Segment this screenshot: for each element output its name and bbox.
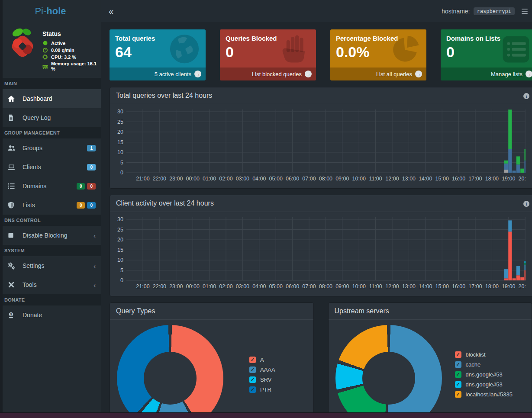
all-queries-link[interactable]: List all queries [330,68,426,80]
sidebar-item-query-log[interactable]: Query Log [0,108,101,127]
sidebar-item-label: Domains [23,183,46,190]
chevron-left-icon [94,232,96,239]
sidebar-item-tools[interactable]: Tools [0,275,101,294]
sidebar-item-settings[interactable]: Settings [0,256,101,275]
svg-text:22:00: 22:00 [153,176,166,182]
status-memory-label: Memory usage: 16.1 % [51,61,97,71]
active-clients-link[interactable]: 5 active clients [110,68,206,80]
status-active-row: Active [42,40,97,46]
clients-count-badge: 0 [87,164,96,170]
percentage-blocked-card: Percentage Blocked 0.0% List all queries [330,29,426,80]
hostname-value: raspberrypi [474,7,515,15]
legend-label: blocklist [466,351,486,358]
legend-label: SRV [260,376,272,383]
svg-text:05:00: 05:00 [269,176,283,182]
sidebar-item-domains[interactable]: Domains 0 0 [0,177,101,196]
sidebar-item-groups[interactable]: Groups 1 [0,138,101,158]
sidebar-collapse-button[interactable]: « [109,7,113,16]
legend-item-a[interactable]: A [249,355,275,365]
summary-cards: Total queries 64 5 active clients Querie… [110,29,532,80]
app-logo[interactable]: Pi-hole [0,0,101,23]
sidebar-menu: MAIN Dashboard Query Log GROUP MANAGEMEN… [0,78,101,325]
sidebar-item-label: Tools [23,281,37,288]
legend-item-aaaa[interactable]: AAAA [249,365,275,375]
domains-on-lists-card: Domains on Lists 0 Manage lists [441,29,532,80]
sidebar-item-lists[interactable]: Lists 0 0 [0,196,101,215]
domains-allowed-badge: 0 [77,183,85,190]
status-info: Status Active 0.00 q/min CPU: 3.2 % Memo… [42,26,97,73]
sidebar-item-label: Clients [23,164,41,170]
upstream-servers-panel: Upstream servers blocklist cache dns.goo… [328,302,532,418]
card-value: 0 [441,42,532,61]
status-cpu-label: CPU: 3.2 % [51,55,76,60]
svg-text:18:00: 18:00 [485,176,499,182]
menu-icon[interactable] [522,7,528,15]
svg-text:10: 10 [117,149,123,155]
gears-icon [7,262,17,270]
blocked-queries-link[interactable]: List blocked queries [220,68,316,80]
logo-text: Pi- [35,6,46,17]
checkbox-icon [455,361,461,368]
svg-text:0: 0 [120,277,123,283]
panel-title: Upstream servers [329,303,532,320]
hostname-label: hostname: [442,8,470,15]
svg-text:20: 20 [117,129,123,135]
svg-text:13:00: 13:00 [402,176,416,182]
checkbox-icon [249,357,256,363]
svg-text:19:00: 19:00 [502,176,515,182]
checkbox-icon [249,376,256,383]
sidebar-item-label: Settings [23,262,45,269]
info-icon[interactable] [523,93,529,99]
panel-title: Total queries over last 24 hours [110,87,532,104]
sidebar-item-dashboard[interactable]: Dashboard [0,89,101,108]
legend-item-srv[interactable]: SRV [249,375,275,385]
svg-text:08:00: 08:00 [319,283,332,289]
menu-section-donate: DONATE [0,294,101,305]
sidebar-item-label: Lists [23,202,35,209]
svg-text:20:00: 20:00 [519,283,526,289]
svg-text:17:00: 17:00 [468,176,482,182]
svg-text:04:00: 04:00 [252,176,266,182]
total-queries-chart: 21:0022:0023:0000:0001:0002:0003:0004:00… [113,108,526,185]
legend-item-dns-google-udp[interactable]: dns.google#53 [455,370,513,379]
svg-text:14:00: 14:00 [419,283,432,289]
legend-label: dns.google#53 [466,371,503,378]
svg-text:03:00: 03:00 [236,283,249,289]
home-icon [7,95,17,103]
legend-item-ptr[interactable]: PTR [249,385,275,395]
chevron-left-icon [94,262,96,270]
users-icon [7,144,17,152]
svg-text:14:00: 14:00 [419,176,432,182]
legend-item-cache[interactable]: cache [455,360,513,370]
info-icon[interactable] [523,201,529,207]
menu-section-system: SYSTEM [0,245,101,256]
menu-section-dns-control: DNS CONTROL [0,215,101,226]
legend-item-dns-google-tcp[interactable]: dns.google#53 [455,379,513,389]
panel-title-text: Query Types [116,307,155,315]
svg-text:09:00: 09:00 [335,176,349,182]
panel-title: Client activity over last 24 hours [110,195,532,212]
svg-text:00:00: 00:00 [186,176,200,182]
manage-lists-link[interactable]: Manage lists [441,68,532,80]
legend-label: AAAA [260,367,275,373]
svg-text:01:00: 01:00 [203,176,216,182]
svg-text:22:00: 22:00 [153,283,166,289]
card-footer-label: 5 active clients [155,71,191,77]
shield-icon [7,201,17,209]
card-value: 64 [110,42,206,61]
svg-text:30: 30 [117,216,123,222]
svg-text:06:00: 06:00 [286,176,299,182]
legend-item-localhost[interactable]: localhost.lan#5335 [455,389,513,399]
legend-item-blocklist[interactable]: blocklist [455,350,513,360]
svg-text:08:00: 08:00 [319,176,332,182]
sidebar-item-donate[interactable]: $ Donate [0,305,101,325]
svg-text:15:00: 15:00 [435,176,449,182]
svg-text:12:00: 12:00 [385,176,399,182]
lists-blocked-badge: 0 [87,202,96,209]
svg-text:21:00: 21:00 [136,283,149,289]
sidebar-item-disable-blocking[interactable]: Disable Blocking [0,226,101,245]
window-edge [0,0,3,418]
sidebar-item-clients[interactable]: Clients 0 [0,158,101,177]
card-title: Domains on Lists [441,29,532,42]
query-types-donut [117,325,223,418]
